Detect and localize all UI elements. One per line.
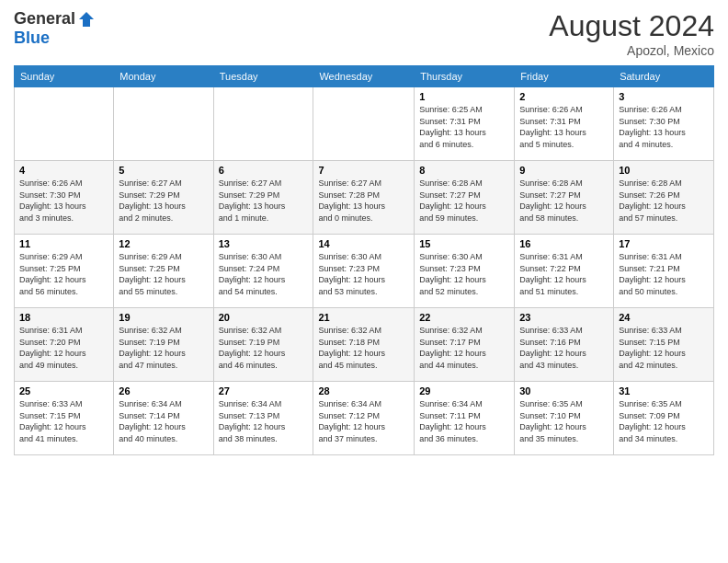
day-info: Sunrise: 6:26 AM Sunset: 7:30 PM Dayligh… [619,104,709,150]
col-wednesday: Wednesday [313,66,415,87]
day-info: Sunrise: 6:28 AM Sunset: 7:27 PM Dayligh… [519,178,609,224]
table-cell: 19Sunrise: 6:32 AM Sunset: 7:19 PM Dayli… [114,308,213,382]
title-section: August 2024 Apozol, Mexico [549,9,714,58]
col-monday: Monday [114,66,213,87]
table-cell [213,87,313,161]
day-number: 11 [19,238,108,249]
day-info: Sunrise: 6:29 AM Sunset: 7:25 PM Dayligh… [19,251,108,297]
day-info: Sunrise: 6:30 AM Sunset: 7:24 PM Dayligh… [219,251,309,297]
day-info: Sunrise: 6:32 AM Sunset: 7:18 PM Dayligh… [318,325,409,371]
day-info: Sunrise: 6:26 AM Sunset: 7:30 PM Dayligh… [19,178,108,224]
day-number: 8 [419,165,509,176]
table-cell: 9Sunrise: 6:28 AM Sunset: 7:27 PM Daylig… [515,161,614,235]
table-cell: 30Sunrise: 6:35 AM Sunset: 7:10 PM Dayli… [515,382,614,455]
table-cell: 22Sunrise: 6:32 AM Sunset: 7:17 PM Dayli… [415,308,515,382]
table-cell: 10Sunrise: 6:28 AM Sunset: 7:26 PM Dayli… [614,161,714,235]
table-cell: 12Sunrise: 6:29 AM Sunset: 7:25 PM Dayli… [114,235,213,308]
day-number: 7 [318,165,409,176]
day-info: Sunrise: 6:32 AM Sunset: 7:17 PM Dayligh… [419,325,509,371]
table-cell: 2Sunrise: 6:26 AM Sunset: 7:31 PM Daylig… [515,87,614,161]
day-info: Sunrise: 6:28 AM Sunset: 7:26 PM Dayligh… [619,178,709,224]
col-friday: Friday [515,66,614,87]
table-cell: 20Sunrise: 6:32 AM Sunset: 7:19 PM Dayli… [213,308,313,382]
day-info: Sunrise: 6:32 AM Sunset: 7:19 PM Dayligh… [219,325,309,371]
logo-general: General [14,9,75,29]
logo: General Blue [14,9,96,48]
day-number: 27 [219,385,309,396]
day-info: Sunrise: 6:27 AM Sunset: 7:29 PM Dayligh… [119,178,208,224]
week-row-2: 4Sunrise: 6:26 AM Sunset: 7:30 PM Daylig… [15,161,714,235]
day-number: 15 [419,238,509,249]
table-cell: 29Sunrise: 6:34 AM Sunset: 7:11 PM Dayli… [415,382,515,455]
table-cell: 8Sunrise: 6:28 AM Sunset: 7:27 PM Daylig… [415,161,515,235]
day-info: Sunrise: 6:34 AM Sunset: 7:14 PM Dayligh… [119,398,208,444]
day-number: 9 [519,165,609,176]
day-info: Sunrise: 6:27 AM Sunset: 7:28 PM Dayligh… [318,178,409,224]
calendar-table: Sunday Monday Tuesday Wednesday Thursday… [14,65,714,455]
day-number: 30 [519,385,609,396]
header-row: Sunday Monday Tuesday Wednesday Thursday… [15,66,714,87]
col-saturday: Saturday [614,66,714,87]
day-number: 14 [318,238,409,249]
day-number: 29 [419,385,509,396]
day-number: 2 [519,91,609,102]
table-cell: 24Sunrise: 6:33 AM Sunset: 7:15 PM Dayli… [614,308,714,382]
day-number: 25 [19,385,108,396]
day-info: Sunrise: 6:33 AM Sunset: 7:15 PM Dayligh… [619,325,709,371]
table-cell: 6Sunrise: 6:27 AM Sunset: 7:29 PM Daylig… [213,161,313,235]
day-number: 26 [119,385,208,396]
day-info: Sunrise: 6:32 AM Sunset: 7:19 PM Dayligh… [119,325,208,371]
day-info: Sunrise: 6:31 AM Sunset: 7:22 PM Dayligh… [519,251,609,297]
day-info: Sunrise: 6:25 AM Sunset: 7:31 PM Dayligh… [419,104,509,150]
table-cell: 15Sunrise: 6:30 AM Sunset: 7:23 PM Dayli… [415,235,515,308]
table-cell: 16Sunrise: 6:31 AM Sunset: 7:22 PM Dayli… [515,235,614,308]
location: Apozol, Mexico [549,43,714,58]
table-cell: 11Sunrise: 6:29 AM Sunset: 7:25 PM Dayli… [15,235,114,308]
logo-blue: Blue [14,29,50,48]
day-info: Sunrise: 6:29 AM Sunset: 7:25 PM Dayligh… [119,251,208,297]
day-info: Sunrise: 6:28 AM Sunset: 7:27 PM Dayligh… [419,178,509,224]
day-number: 13 [219,238,309,249]
day-number: 24 [619,312,709,323]
day-info: Sunrise: 6:26 AM Sunset: 7:31 PM Dayligh… [519,104,609,150]
day-info: Sunrise: 6:33 AM Sunset: 7:16 PM Dayligh… [519,325,609,371]
table-cell: 5Sunrise: 6:27 AM Sunset: 7:29 PM Daylig… [114,161,213,235]
table-cell: 27Sunrise: 6:34 AM Sunset: 7:13 PM Dayli… [213,382,313,455]
day-info: Sunrise: 6:30 AM Sunset: 7:23 PM Dayligh… [318,251,409,297]
day-number: 3 [619,91,709,102]
day-number: 22 [419,312,509,323]
day-info: Sunrise: 6:34 AM Sunset: 7:12 PM Dayligh… [318,398,409,444]
table-cell: 3Sunrise: 6:26 AM Sunset: 7:30 PM Daylig… [614,87,714,161]
week-row-3: 11Sunrise: 6:29 AM Sunset: 7:25 PM Dayli… [15,235,714,308]
day-number: 17 [619,238,709,249]
day-number: 16 [519,238,609,249]
day-number: 12 [119,238,208,249]
day-info: Sunrise: 6:35 AM Sunset: 7:09 PM Dayligh… [619,398,709,444]
day-info: Sunrise: 6:34 AM Sunset: 7:13 PM Dayligh… [219,398,309,444]
day-info: Sunrise: 6:31 AM Sunset: 7:21 PM Dayligh… [619,251,709,297]
week-row-5: 25Sunrise: 6:33 AM Sunset: 7:15 PM Dayli… [15,382,714,455]
table-cell: 17Sunrise: 6:31 AM Sunset: 7:21 PM Dayli… [614,235,714,308]
day-info: Sunrise: 6:30 AM Sunset: 7:23 PM Dayligh… [419,251,509,297]
week-row-1: 1Sunrise: 6:25 AM Sunset: 7:31 PM Daylig… [15,87,714,161]
table-cell [313,87,415,161]
day-number: 19 [119,312,208,323]
week-row-4: 18Sunrise: 6:31 AM Sunset: 7:20 PM Dayli… [15,308,714,382]
day-info: Sunrise: 6:31 AM Sunset: 7:20 PM Dayligh… [19,325,108,371]
logo-icon [77,10,96,29]
table-cell [15,87,114,161]
day-number: 10 [619,165,709,176]
col-sunday: Sunday [15,66,114,87]
day-number: 6 [219,165,309,176]
table-cell: 4Sunrise: 6:26 AM Sunset: 7:30 PM Daylig… [15,161,114,235]
day-info: Sunrise: 6:35 AM Sunset: 7:10 PM Dayligh… [519,398,609,444]
day-info: Sunrise: 6:33 AM Sunset: 7:15 PM Dayligh… [19,398,108,444]
col-tuesday: Tuesday [213,66,313,87]
day-info: Sunrise: 6:34 AM Sunset: 7:11 PM Dayligh… [419,398,509,444]
table-cell: 28Sunrise: 6:34 AM Sunset: 7:12 PM Dayli… [313,382,415,455]
day-number: 5 [119,165,208,176]
table-cell: 7Sunrise: 6:27 AM Sunset: 7:28 PM Daylig… [313,161,415,235]
page: General Blue August 2024 Apozol, Mexico … [0,0,728,563]
day-number: 4 [19,165,108,176]
logo-text: General [14,9,96,29]
